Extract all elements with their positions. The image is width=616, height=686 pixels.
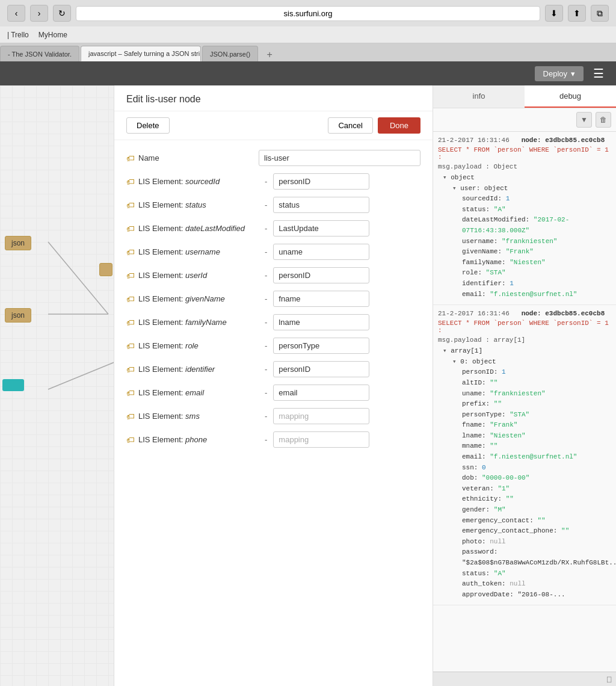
dash-7: -	[265, 341, 267, 350]
field-input-givenName[interactable]	[273, 291, 369, 307]
filter-button[interactable]: ▼	[576, 112, 592, 128]
flow-node-json2[interactable]: json	[5, 308, 31, 323]
form-row-familyName: 🏷 LIS Element: familyName -	[126, 314, 420, 330]
label-username: 🏷 LIS Element: username	[126, 247, 259, 257]
form-row-phone: 🏷 LIS Element: phone -	[126, 431, 420, 448]
dash-0: -	[265, 177, 267, 186]
form-row-identifier: 🏷 LIS Element: identifier -	[126, 361, 420, 377]
tree-node: username: "frankniesten"	[462, 236, 611, 247]
field-input-sms[interactable]	[273, 408, 369, 424]
debug-label-1: msg.payload : array[1]	[438, 336, 611, 344]
field-input-sourcedId[interactable]	[273, 173, 369, 190]
tab-json-parse[interactable]: JSON.parse()	[202, 46, 258, 61]
cancel-button[interactable]: Cancel	[328, 117, 372, 134]
hamburger-menu-icon[interactable]: ☰	[588, 64, 609, 83]
dash-8: -	[265, 365, 267, 374]
form-row-status: 🏷 LIS Element: status -	[126, 197, 420, 213]
tag-icon-7: 🏷	[126, 341, 135, 351]
tree-node: status: "A"	[462, 569, 611, 579]
tab-json-validator[interactable]: - The JSON Validator.	[0, 46, 79, 61]
share-button[interactable]: ⬆	[568, 5, 586, 22]
delete-button[interactable]: Delete	[126, 117, 170, 134]
app-toolbar: Deploy ▾ ☰	[0, 61, 616, 85]
field-input-status[interactable]	[273, 197, 369, 213]
reload-button[interactable]: ↻	[53, 5, 71, 22]
svg-line-0	[48, 242, 108, 314]
tree-node: ▾ array[1]	[443, 346, 611, 357]
field-input-email[interactable]	[273, 385, 369, 401]
form-row-sms: 🏷 LIS Element: sms -	[126, 408, 420, 424]
tree-node: ▾ 0: object	[452, 357, 611, 368]
browser-chrome: ‹ › ↻ sis.surfuni.org ⬇ ⬆ ⧉ | Trello MyH…	[0, 0, 616, 61]
debug-query-1: SELECT * FROM `person` WHERE `personID` …	[438, 320, 611, 334]
debug-timestamp-1: 21-2-2017 16:31:46 node: e3dbcb85.ec0cb8	[438, 310, 611, 317]
tree-node: status: "A"	[462, 205, 611, 215]
flow-canvas[interactable]: json json	[0, 85, 114, 686]
tabs-bar: - The JSON Validator. javascript – Safel…	[0, 43, 616, 61]
bookmark-trello[interactable]: | Trello	[7, 31, 29, 39]
flow-nodes-layer: json json	[0, 85, 114, 686]
field-rows: 🏷 LIS Element: sourcedId - 🏷 LIS Element…	[126, 173, 420, 448]
tag-icon-4: 🏷	[126, 271, 135, 280]
url-bar[interactable]: sis.surfuni.org	[76, 6, 540, 21]
debug-tree-1: ▾ array[1]▾ 0: objectpersonID: 1altID: "…	[443, 346, 611, 600]
svg-line-2	[48, 362, 114, 389]
tree-node: role: "STA"	[462, 268, 611, 279]
name-input[interactable]	[259, 150, 420, 166]
bookmark-myhome[interactable]: MyHome	[38, 31, 67, 39]
done-button[interactable]: Done	[378, 117, 420, 134]
label-familyName: 🏷 LIS Element: familyName	[126, 318, 259, 327]
field-input-familyName[interactable]	[273, 314, 369, 330]
edit-title: Edit lis-user node	[126, 94, 420, 105]
field-input-userId[interactable]	[273, 267, 369, 283]
flow-connector-node[interactable]	[2, 379, 24, 391]
window-button[interactable]: ⧉	[591, 5, 609, 22]
tab-json-safely[interactable]: javascript – Safely turning a JSON strin…	[81, 46, 201, 61]
dash-2: -	[265, 224, 267, 233]
tab-info[interactable]: info	[433, 85, 525, 108]
status-icon: ⎕	[607, 675, 611, 684]
form-row-givenName: 🏷 LIS Element: givenName -	[126, 291, 420, 307]
form-body: 🏷 Name 🏷 LIS Element: sourcedId - 🏷 LIS …	[114, 140, 433, 465]
field-input-username[interactable]	[273, 244, 369, 260]
field-input-phone[interactable]	[273, 431, 369, 448]
tab-add-button[interactable]: +	[262, 48, 277, 61]
tag-icon-10: 🏷	[126, 412, 135, 421]
clear-debug-button[interactable]: 🗑	[596, 112, 611, 128]
dash-1: -	[265, 200, 267, 209]
forward-button[interactable]: ›	[30, 5, 48, 22]
tree-node: email: "f.niesten@surfnet.nl"	[462, 452, 611, 463]
status-bar: ⎕	[433, 672, 616, 686]
deploy-button[interactable]: Deploy ▾	[535, 66, 584, 81]
debug-tree-0: ▾ object▾ user: objectsourcedId: 1status…	[443, 173, 611, 300]
dash-11: -	[265, 435, 267, 444]
back-button[interactable]: ‹	[7, 5, 25, 22]
right-panel: info debug ▼ 🗑 21-2-2017 16:31:46 node: …	[433, 85, 616, 686]
tag-icon-9: 🏷	[126, 388, 135, 398]
field-input-role[interactable]	[273, 338, 369, 354]
debug-label-0: msg.payload : Object	[438, 163, 611, 170]
tab-debug[interactable]: debug	[525, 85, 616, 108]
form-row-name: 🏷 Name	[126, 150, 420, 166]
flow-intermediate-node[interactable]	[99, 263, 112, 276]
field-input-identifier[interactable]	[273, 361, 369, 377]
dash-3: -	[265, 247, 267, 256]
label-phone: 🏷 LIS Element: phone	[126, 435, 259, 445]
flow-node-json1[interactable]: json	[5, 236, 31, 250]
tag-icon-0: 🏷	[126, 177, 135, 187]
tree-node: lname: "Niesten"	[462, 431, 611, 442]
tag-icon-3: 🏷	[126, 247, 135, 257]
debug-content: 21-2-2017 16:31:46 node: e3dbcb85.ec0cb8…	[433, 132, 616, 672]
form-row-userId: 🏷 LIS Element: userId -	[126, 267, 420, 283]
field-input-dateLastModified[interactable]	[273, 220, 369, 236]
deploy-label: Deploy	[543, 69, 567, 78]
download-button[interactable]: ⬇	[545, 5, 563, 22]
form-row-role: 🏷 LIS Element: role -	[126, 338, 420, 354]
trash-icon: 🗑	[600, 116, 607, 124]
dash-9: -	[265, 388, 267, 397]
tree-node: personType: "STA"	[462, 410, 611, 421]
debug-block-1: 21-2-2017 16:31:46 node: e3dbcb85.ec0cb8…	[433, 305, 616, 605]
dash-10: -	[265, 412, 267, 421]
label-identifier: 🏷 LIS Element: identifier	[126, 365, 259, 374]
app-container: Deploy ▾ ☰ json json	[0, 61, 616, 686]
